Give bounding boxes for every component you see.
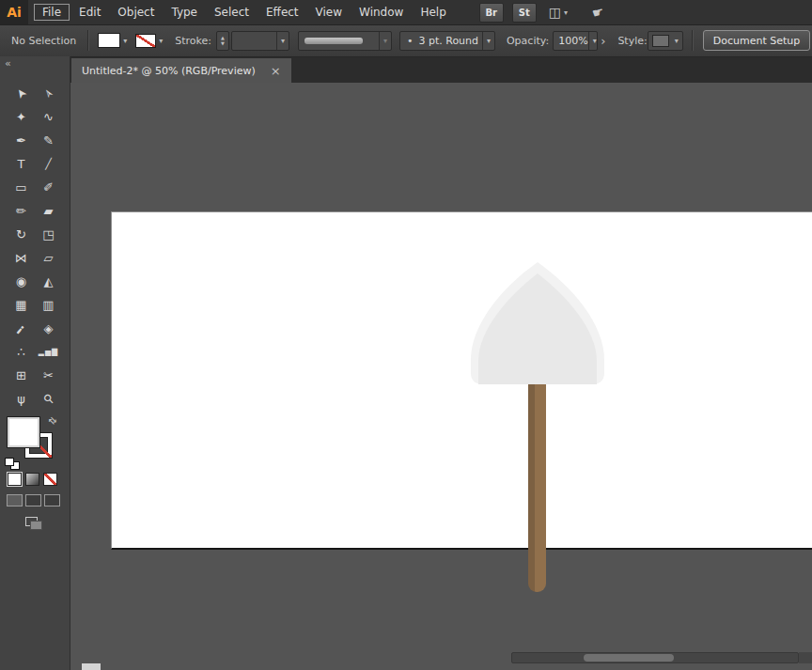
- separator: [87, 30, 89, 51]
- menu-type[interactable]: Type: [163, 4, 206, 21]
- tool-paintbrush[interactable]: ✐: [35, 176, 62, 199]
- tool-line-segment[interactable]: ╱: [35, 152, 62, 176]
- swap-fill-stroke-icon[interactable]: ⇄: [46, 414, 59, 428]
- drawing-mode-buttons: [0, 494, 70, 506]
- fill-color-swatch[interactable]: [8, 417, 39, 447]
- stroke-label[interactable]: Stroke:: [175, 35, 211, 47]
- draw-normal-button[interactable]: [7, 494, 23, 506]
- status-bar-fragment: [82, 663, 101, 670]
- document-tab-title: Untitled-2* @ 50% (RGB/Preview): [82, 65, 256, 77]
- fill-color-dropdown[interactable]: ▾: [98, 33, 127, 48]
- chevron-down-icon: ▾: [564, 8, 568, 17]
- document-tab[interactable]: Untitled-2* @ 50% (RGB/Preview) ×: [71, 58, 291, 83]
- shovel-blade-inner[interactable]: [478, 273, 597, 384]
- draw-behind-button[interactable]: [25, 494, 41, 506]
- tool-rotate[interactable]: ↻: [8, 223, 35, 246]
- horizontal-scrollbar[interactable]: [511, 652, 799, 663]
- tool-free-transform[interactable]: ▱: [35, 246, 62, 270]
- menu-list: File Edit Object Type Select Effect Vi: [34, 4, 455, 21]
- document-setup-button[interactable]: Document Setup: [703, 30, 811, 51]
- tool-column-graph[interactable]: ▂▅▇: [35, 340, 62, 364]
- color-type-buttons: [0, 473, 70, 486]
- tool-rectangle[interactable]: ▭: [8, 176, 35, 199]
- tool-perspective-grid[interactable]: ◭: [35, 270, 62, 293]
- fill-swatch: [98, 33, 120, 48]
- menu-select[interactable]: Select: [206, 4, 258, 21]
- opacity-field[interactable]: 100% ▾: [553, 31, 598, 51]
- tool-blend[interactable]: ◈: [35, 317, 62, 340]
- tool-hand[interactable]: ψ: [8, 387, 35, 411]
- chevron-down-icon: ▾: [379, 32, 387, 50]
- tools-panel-header: «: [0, 56, 70, 70]
- tool-symbol-sprayer[interactable]: ∴: [8, 340, 35, 364]
- color-button[interactable]: [8, 473, 22, 486]
- chevron-down-icon: ▾: [123, 37, 127, 45]
- tool-scale[interactable]: ◳: [35, 223, 62, 246]
- tool-mesh[interactable]: ▦: [8, 293, 35, 317]
- opacity-flyout-icon[interactable]: ›: [601, 34, 605, 48]
- chevron-down-icon: ▾: [159, 37, 163, 45]
- menu-bar: Ai File Edit Object Type Select Effect: [0, 0, 812, 25]
- brush-definition-dropdown[interactable]: • 3 pt. Round ▾: [399, 31, 495, 51]
- tool-curvature[interactable]: ✎: [35, 129, 62, 152]
- illustrator-logo: Ai: [0, 0, 28, 24]
- stepper-down-icon: ▼: [221, 40, 225, 46]
- stock-button[interactable]: St: [512, 3, 537, 23]
- menu-file[interactable]: File: [34, 4, 70, 21]
- tool-lasso[interactable]: ∿: [35, 105, 62, 129]
- tools-grid: ➤ ➢ ✦ ∿ ✒ ✎ T: [0, 82, 70, 411]
- style-label: Style:: [617, 35, 647, 47]
- tool-zoom[interactable]: ⚲: [35, 387, 62, 411]
- shovel-handle-shape[interactable]: [528, 384, 546, 592]
- tool-direct-selection[interactable]: ➢: [35, 82, 62, 105]
- chevron-down-icon: ▾: [482, 32, 491, 50]
- chevron-down-icon: ▾: [276, 32, 285, 50]
- tool-type[interactable]: T: [8, 152, 35, 176]
- canvas-area[interactable]: [70, 83, 812, 670]
- bridge-button[interactable]: Br: [479, 3, 504, 23]
- document-tab-bar: Untitled-2* @ 50% (RGB/Preview) ×: [70, 56, 812, 83]
- menu-effect[interactable]: Effect: [258, 4, 307, 21]
- stroke-width-field[interactable]: ▾: [231, 31, 289, 51]
- menu-window[interactable]: Window: [351, 4, 412, 21]
- none-button[interactable]: [43, 473, 57, 486]
- artboard[interactable]: [111, 211, 812, 550]
- collapse-panel-icon[interactable]: «: [5, 57, 11, 70]
- tool-magic-wand[interactable]: ✦: [8, 105, 35, 129]
- tool-gradient[interactable]: ▥: [35, 293, 62, 317]
- tool-pen[interactable]: ✒: [8, 129, 35, 152]
- share-icon[interactable]: ☛: [590, 4, 605, 22]
- gradient-button[interactable]: [25, 473, 39, 486]
- shovel-blade-shape[interactable]: [469, 260, 606, 386]
- menu-object[interactable]: Object: [109, 4, 163, 21]
- stroke-none-swatch: [135, 34, 156, 48]
- opacity-label[interactable]: Opacity:: [507, 35, 549, 47]
- menu-edit[interactable]: Edit: [70, 4, 109, 21]
- tool-shape-builder[interactable]: ◉: [8, 270, 35, 293]
- tool-selection[interactable]: ➤: [8, 82, 35, 105]
- style-dropdown[interactable]: ▾: [648, 31, 683, 51]
- tool-width[interactable]: ⋈: [8, 246, 35, 270]
- scrollbar-corner: [799, 652, 812, 663]
- draw-inside-button[interactable]: [44, 494, 60, 506]
- close-icon[interactable]: ×: [271, 64, 281, 78]
- stroke-width-stepper[interactable]: ▲ ▼: [216, 31, 229, 51]
- menu-help[interactable]: Help: [412, 4, 454, 21]
- fill-stroke-cluster: ⇄: [0, 416, 70, 471]
- tool-eraser[interactable]: ▰: [35, 199, 62, 223]
- stroke-color-dropdown[interactable]: ▾: [135, 34, 163, 48]
- width-profile-dropdown[interactable]: ▾: [298, 31, 392, 51]
- menu-view[interactable]: View: [307, 4, 351, 21]
- workspace-switcher[interactable]: ◫ ▾: [549, 5, 568, 20]
- horizontal-scrollbar-thumb[interactable]: [584, 654, 674, 662]
- brush-value: 3 pt. Round: [418, 35, 478, 47]
- uniform-profile-preview: [304, 38, 363, 44]
- tool-pencil[interactable]: ✏: [8, 199, 35, 223]
- tool-eyedropper[interactable]: ¡: [8, 317, 35, 340]
- selection-status: No Selection: [11, 35, 76, 47]
- opacity-value: 100%: [558, 35, 587, 47]
- tool-artboard[interactable]: ⊞: [8, 364, 35, 387]
- screen-mode-button[interactable]: [25, 517, 42, 529]
- default-fill-stroke-icon[interactable]: [6, 459, 20, 470]
- tool-slice[interactable]: ✂: [35, 364, 62, 387]
